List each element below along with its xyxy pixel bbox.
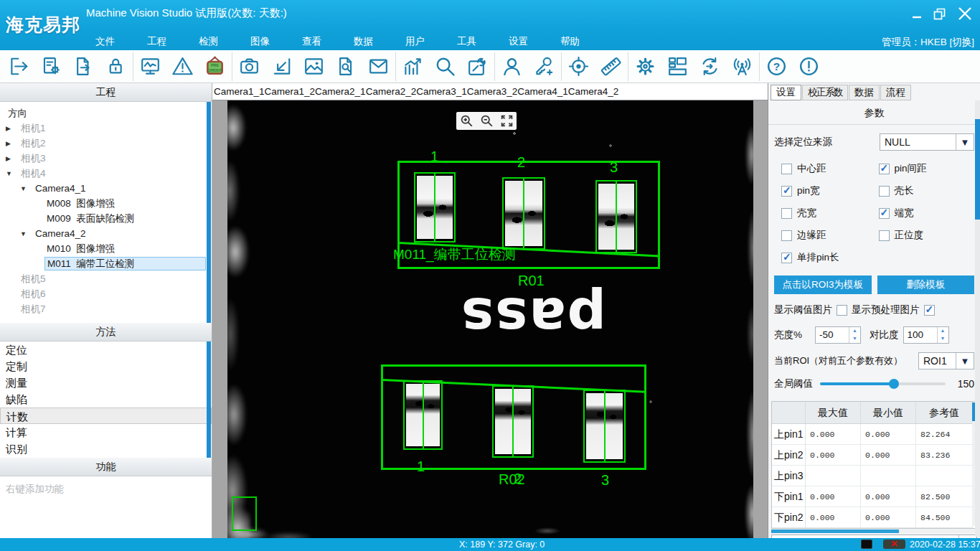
menu-item[interactable]: 文件 (95, 35, 115, 48)
tree-item[interactable]: ▶相机3 (0, 151, 212, 166)
param-checkbox[interactable]: 中心距 (781, 162, 879, 175)
checkbox-checked-icon[interactable] (879, 164, 890, 174)
table-cell[interactable] (806, 466, 861, 486)
table-cell[interactable]: 0.000 (806, 445, 861, 466)
monitor-icon[interactable] (134, 52, 166, 82)
method-item[interactable]: 缺陷 (0, 391, 212, 408)
tree-item[interactable]: ▼Camera4_2 (0, 226, 212, 241)
preorder-sign-icon[interactable]: PREORDER (199, 52, 231, 82)
settings-tab[interactable]: 设置 (771, 85, 801, 100)
checkbox-unchecked-icon[interactable] (879, 186, 890, 197)
param-checkbox[interactable]: 正位度 (879, 229, 976, 242)
current-user-switch[interactable]: 管理员：HKEB [切换] (882, 36, 974, 49)
logout-icon[interactable] (3, 52, 35, 82)
expand-arrow-icon[interactable]: ▶ (6, 140, 19, 147)
table-cell[interactable]: 0.000 (806, 486, 861, 507)
method-item[interactable]: 计算 (0, 424, 212, 441)
method-item[interactable]: 计数 (0, 408, 212, 424)
camera-tab[interactable]: Camera2_1 (315, 83, 366, 100)
image-icon[interactable] (298, 52, 330, 82)
help-icon[interactable]: ? (760, 52, 793, 82)
checkbox-unchecked-icon[interactable] (781, 208, 792, 219)
status-error-icon[interactable]: ✕ (883, 540, 905, 549)
zoom-in-icon[interactable] (458, 113, 475, 130)
warning-triangle-icon[interactable] (166, 52, 199, 82)
param-checkbox[interactable]: 端宽 (879, 207, 976, 220)
settings-tab[interactable]: 数据 (849, 85, 880, 100)
pin-roi-box[interactable] (492, 385, 534, 458)
camera-tab[interactable]: Camera4_2 (568, 83, 619, 100)
menu-item[interactable]: 数据 (354, 35, 373, 48)
status-black-icon[interactable] (861, 540, 872, 549)
menu-item[interactable]: 工程 (147, 35, 166, 48)
table-cell[interactable]: 0.000 (861, 424, 916, 445)
tree-item[interactable]: M008 图像增强 (0, 196, 212, 211)
gear-icon[interactable] (629, 52, 661, 82)
brightness-value[interactable]: -50 (816, 327, 849, 343)
stats-icon[interactable] (397, 52, 429, 82)
project-settings-icon[interactable] (35, 52, 67, 82)
export-doc-icon[interactable] (67, 52, 100, 82)
settings-tab[interactable]: 流程 (880, 85, 911, 100)
collapse-arrow-icon[interactable]: ▼ (20, 185, 33, 192)
param-checkbox[interactable]: pin宽 (781, 184, 879, 197)
table-cell[interactable] (861, 466, 916, 486)
table-cell[interactable]: 82.264 (916, 424, 973, 445)
table-hscrollbar[interactable] (771, 529, 977, 533)
checkbox-unchecked-icon[interactable] (781, 164, 792, 174)
checkbox-unchecked-icon[interactable] (879, 230, 890, 241)
alert-icon[interactable] (793, 52, 825, 82)
toolbox-icon[interactable] (461, 52, 494, 82)
table-cell[interactable] (916, 466, 973, 486)
camera-tab[interactable]: Camera2_2 (366, 83, 417, 100)
menu-item[interactable]: 帮助 (560, 35, 580, 48)
search-icon[interactable] (429, 52, 461, 82)
menu-item[interactable]: 用户 (405, 35, 425, 48)
table-cell[interactable]: 82.500 (916, 486, 973, 507)
panel-scrollbar[interactable] (975, 100, 980, 537)
param-checkbox[interactable]: 壳宽 (781, 207, 879, 220)
chevron-down-icon[interactable]: ▼ (956, 134, 974, 150)
table-cell[interactable]: 0.000 (806, 424, 861, 445)
settings-tab[interactable]: 校正系数 (802, 85, 848, 100)
menu-item[interactable]: 工具 (457, 35, 476, 48)
tree-item[interactable]: M009 表面缺陷检测 (0, 211, 212, 226)
menu-item[interactable]: 图像 (250, 35, 270, 48)
menu-item[interactable]: 设置 (509, 35, 528, 48)
pin-roi-box[interactable] (502, 177, 545, 250)
checkbox-unchecked-icon[interactable] (781, 230, 792, 241)
ruler-icon[interactable] (595, 52, 627, 82)
tree-item[interactable]: 相机7 (0, 301, 212, 316)
zoom-out-icon[interactable] (478, 113, 495, 130)
param-checkbox[interactable]: 壳长 (879, 184, 976, 197)
method-scrollbar[interactable] (207, 342, 211, 458)
param-checkbox[interactable]: 边缘距 (781, 229, 879, 242)
collapse-arrow-icon[interactable]: ▼ (20, 230, 33, 237)
pin-roi-box[interactable] (595, 180, 637, 253)
import-image-icon[interactable] (265, 52, 298, 82)
tree-item[interactable]: M011 编带工位检测 (0, 256, 212, 271)
tree-item[interactable]: M010 图像增强 (0, 241, 212, 256)
checkbox-checked-icon[interactable] (879, 208, 890, 219)
param-checkbox[interactable]: pin间距 (879, 162, 976, 175)
brightness-stepper[interactable]: -50 ▲▼ (815, 326, 861, 344)
table-cell[interactable]: 0.000 (806, 507, 861, 528)
expand-arrow-icon[interactable]: ▶ (6, 125, 19, 132)
camera-tab[interactable]: Camera3_1 (416, 83, 467, 100)
tree-item[interactable]: ▼相机4 (0, 166, 212, 181)
locate-source-select[interactable]: NULL ▼ (880, 133, 974, 151)
tree-item[interactable]: 方向 (0, 105, 212, 121)
minimize-icon[interactable] (912, 8, 922, 19)
camera-icon[interactable] (233, 52, 265, 82)
tree-item[interactable]: ▶相机2 (0, 136, 212, 151)
current-roi-select[interactable]: ROI1 ▼ (918, 352, 974, 369)
delete-template-button[interactable]: 删除模板 (877, 276, 975, 294)
camera-tab[interactable]: Camera4_1 (517, 83, 568, 100)
tree-item[interactable]: 相机5 (0, 271, 212, 286)
table-cell[interactable]: 83.236 (916, 445, 973, 466)
fit-view-icon[interactable] (498, 113, 515, 130)
user-icon[interactable] (496, 52, 528, 82)
method-item[interactable]: 定位 (0, 342, 212, 358)
pin-roi-box[interactable] (583, 390, 626, 463)
calibration-rect[interactable] (232, 496, 257, 531)
